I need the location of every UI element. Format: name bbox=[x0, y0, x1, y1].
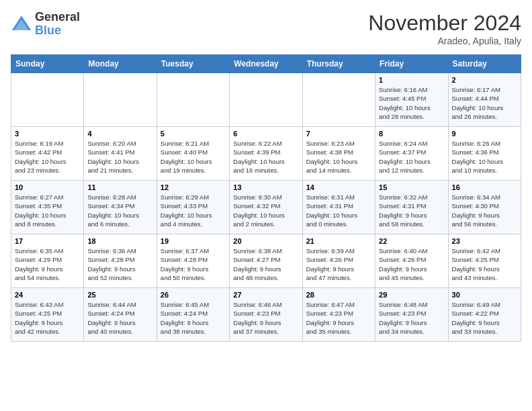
month-title: November 2024 bbox=[368, 11, 521, 36]
day-info: Sunrise: 6:19 AM Sunset: 4:42 PM Dayligh… bbox=[15, 139, 80, 175]
calendar-cell: 22Sunrise: 6:40 AM Sunset: 4:26 PM Dayli… bbox=[375, 234, 448, 288]
calendar-cell bbox=[11, 73, 84, 127]
calendar-cell: 15Sunrise: 6:32 AM Sunset: 4:31 PM Dayli… bbox=[375, 181, 448, 234]
day-info: Sunrise: 6:27 AM Sunset: 4:35 PM Dayligh… bbox=[15, 193, 80, 228]
weekday-header: Monday bbox=[84, 55, 157, 73]
day-info: Sunrise: 6:29 AM Sunset: 4:33 PM Dayligh… bbox=[161, 193, 226, 228]
day-info: Sunrise: 6:16 AM Sunset: 4:45 PM Dayligh… bbox=[379, 85, 444, 121]
calendar-cell: 23Sunrise: 6:42 AM Sunset: 4:25 PM Dayli… bbox=[448, 234, 521, 288]
day-number: 2 bbox=[452, 76, 517, 84]
calendar-cell: 2Sunrise: 6:17 AM Sunset: 4:44 PM Daylig… bbox=[448, 73, 521, 127]
day-number: 20 bbox=[233, 237, 298, 245]
day-info: Sunrise: 6:23 AM Sunset: 4:38 PM Dayligh… bbox=[306, 139, 371, 175]
weekday-header: Thursday bbox=[302, 55, 375, 73]
day-number: 4 bbox=[87, 130, 152, 138]
weekday-header: Tuesday bbox=[157, 55, 229, 73]
calendar-cell: 28Sunrise: 6:47 AM Sunset: 4:23 PM Dayli… bbox=[302, 288, 375, 342]
calendar-cell: 9Sunrise: 6:26 AM Sunset: 4:36 PM Daylig… bbox=[448, 127, 521, 181]
day-number: 9 bbox=[452, 130, 517, 138]
day-number: 16 bbox=[452, 183, 517, 191]
day-number: 12 bbox=[161, 183, 226, 191]
weekday-header: Sunday bbox=[11, 55, 84, 73]
logo-icon bbox=[11, 13, 32, 35]
day-number: 30 bbox=[452, 291, 517, 299]
weekday-header: Wednesday bbox=[230, 55, 302, 73]
day-info: Sunrise: 6:47 AM Sunset: 4:23 PM Dayligh… bbox=[306, 300, 371, 336]
day-info: Sunrise: 6:34 AM Sunset: 4:30 PM Dayligh… bbox=[452, 193, 517, 228]
day-info: Sunrise: 6:39 AM Sunset: 4:26 PM Dayligh… bbox=[306, 246, 371, 282]
day-info: Sunrise: 6:31 AM Sunset: 4:31 PM Dayligh… bbox=[306, 193, 371, 228]
day-info: Sunrise: 6:21 AM Sunset: 4:40 PM Dayligh… bbox=[161, 139, 226, 175]
calendar-cell: 11Sunrise: 6:28 AM Sunset: 4:34 PM Dayli… bbox=[84, 181, 157, 234]
logo: General Blue bbox=[11, 11, 80, 38]
day-number: 3 bbox=[15, 130, 80, 138]
calendar-cell: 18Sunrise: 6:36 AM Sunset: 4:28 PM Dayli… bbox=[84, 234, 157, 288]
day-number: 8 bbox=[379, 130, 444, 138]
weekday-header: Saturday bbox=[448, 55, 521, 73]
weekday-header: Friday bbox=[375, 55, 448, 73]
calendar-cell bbox=[157, 73, 229, 127]
title-block: November 2024 Aradeo, Apulia, Italy bbox=[368, 11, 521, 46]
calendar-cell bbox=[230, 73, 302, 127]
day-info: Sunrise: 6:40 AM Sunset: 4:26 PM Dayligh… bbox=[379, 246, 444, 282]
day-number: 11 bbox=[87, 183, 152, 191]
calendar-cell: 3Sunrise: 6:19 AM Sunset: 4:42 PM Daylig… bbox=[11, 127, 84, 181]
calendar-cell: 24Sunrise: 6:43 AM Sunset: 4:25 PM Dayli… bbox=[11, 288, 84, 342]
calendar-cell: 4Sunrise: 6:20 AM Sunset: 4:41 PM Daylig… bbox=[84, 127, 157, 181]
calendar-cell: 8Sunrise: 6:24 AM Sunset: 4:37 PM Daylig… bbox=[375, 127, 448, 181]
day-info: Sunrise: 6:24 AM Sunset: 4:37 PM Dayligh… bbox=[379, 139, 444, 175]
day-info: Sunrise: 6:22 AM Sunset: 4:39 PM Dayligh… bbox=[233, 139, 298, 175]
day-number: 25 bbox=[87, 291, 152, 299]
day-number: 24 bbox=[15, 291, 80, 299]
day-number: 15 bbox=[379, 183, 444, 191]
day-info: Sunrise: 6:38 AM Sunset: 4:27 PM Dayligh… bbox=[233, 246, 298, 282]
calendar-cell: 6Sunrise: 6:22 AM Sunset: 4:39 PM Daylig… bbox=[230, 127, 302, 181]
day-number: 14 bbox=[306, 183, 371, 191]
day-info: Sunrise: 6:17 AM Sunset: 4:44 PM Dayligh… bbox=[452, 85, 517, 121]
day-number: 10 bbox=[15, 183, 80, 191]
day-number: 6 bbox=[233, 130, 298, 138]
calendar-header: SundayMondayTuesdayWednesdayThursdayFrid… bbox=[11, 55, 521, 73]
day-info: Sunrise: 6:49 AM Sunset: 4:22 PM Dayligh… bbox=[452, 300, 517, 336]
day-info: Sunrise: 6:36 AM Sunset: 4:28 PM Dayligh… bbox=[87, 246, 152, 282]
calendar-table: SundayMondayTuesdayWednesdayThursdayFrid… bbox=[11, 54, 521, 342]
page-header: General Blue November 2024 Aradeo, Apuli… bbox=[11, 11, 521, 46]
day-number: 13 bbox=[233, 183, 298, 191]
day-info: Sunrise: 6:42 AM Sunset: 4:25 PM Dayligh… bbox=[452, 246, 517, 282]
day-info: Sunrise: 6:45 AM Sunset: 4:24 PM Dayligh… bbox=[161, 300, 226, 336]
calendar-cell: 10Sunrise: 6:27 AM Sunset: 4:35 PM Dayli… bbox=[11, 181, 84, 234]
day-info: Sunrise: 6:37 AM Sunset: 4:28 PM Dayligh… bbox=[161, 246, 226, 282]
calendar-cell: 29Sunrise: 6:48 AM Sunset: 4:23 PM Dayli… bbox=[375, 288, 448, 342]
day-info: Sunrise: 6:20 AM Sunset: 4:41 PM Dayligh… bbox=[87, 139, 152, 175]
day-info: Sunrise: 6:32 AM Sunset: 4:31 PM Dayligh… bbox=[379, 193, 444, 228]
location: Aradeo, Apulia, Italy bbox=[368, 36, 521, 46]
day-number: 1 bbox=[379, 76, 444, 84]
day-number: 21 bbox=[306, 237, 371, 245]
day-info: Sunrise: 6:35 AM Sunset: 4:29 PM Dayligh… bbox=[15, 246, 80, 282]
day-number: 29 bbox=[379, 291, 444, 299]
calendar-cell: 1Sunrise: 6:16 AM Sunset: 4:45 PM Daylig… bbox=[375, 73, 448, 127]
calendar-cell: 17Sunrise: 6:35 AM Sunset: 4:29 PM Dayli… bbox=[11, 234, 84, 288]
calendar-cell: 27Sunrise: 6:46 AM Sunset: 4:23 PM Dayli… bbox=[230, 288, 302, 342]
day-info: Sunrise: 6:44 AM Sunset: 4:24 PM Dayligh… bbox=[87, 300, 152, 336]
calendar-cell: 13Sunrise: 6:30 AM Sunset: 4:32 PM Dayli… bbox=[230, 181, 302, 234]
day-number: 17 bbox=[15, 237, 80, 245]
day-number: 5 bbox=[161, 130, 226, 138]
day-number: 28 bbox=[306, 291, 371, 299]
calendar-cell: 21Sunrise: 6:39 AM Sunset: 4:26 PM Dayli… bbox=[302, 234, 375, 288]
calendar-cell: 16Sunrise: 6:34 AM Sunset: 4:30 PM Dayli… bbox=[448, 181, 521, 234]
calendar-cell: 7Sunrise: 6:23 AM Sunset: 4:38 PM Daylig… bbox=[302, 127, 375, 181]
day-info: Sunrise: 6:30 AM Sunset: 4:32 PM Dayligh… bbox=[233, 193, 298, 228]
day-info: Sunrise: 6:28 AM Sunset: 4:34 PM Dayligh… bbox=[87, 193, 152, 228]
calendar-cell: 5Sunrise: 6:21 AM Sunset: 4:40 PM Daylig… bbox=[157, 127, 229, 181]
calendar-cell: 12Sunrise: 6:29 AM Sunset: 4:33 PM Dayli… bbox=[157, 181, 229, 234]
logo-text: General Blue bbox=[35, 11, 80, 38]
day-number: 7 bbox=[306, 130, 371, 138]
day-number: 26 bbox=[161, 291, 226, 299]
calendar-cell: 19Sunrise: 6:37 AM Sunset: 4:28 PM Dayli… bbox=[157, 234, 229, 288]
day-number: 27 bbox=[233, 291, 298, 299]
calendar-body: 1Sunrise: 6:16 AM Sunset: 4:45 PM Daylig… bbox=[11, 73, 521, 342]
calendar-cell: 25Sunrise: 6:44 AM Sunset: 4:24 PM Dayli… bbox=[84, 288, 157, 342]
calendar-cell: 20Sunrise: 6:38 AM Sunset: 4:27 PM Dayli… bbox=[230, 234, 302, 288]
day-info: Sunrise: 6:26 AM Sunset: 4:36 PM Dayligh… bbox=[452, 139, 517, 175]
